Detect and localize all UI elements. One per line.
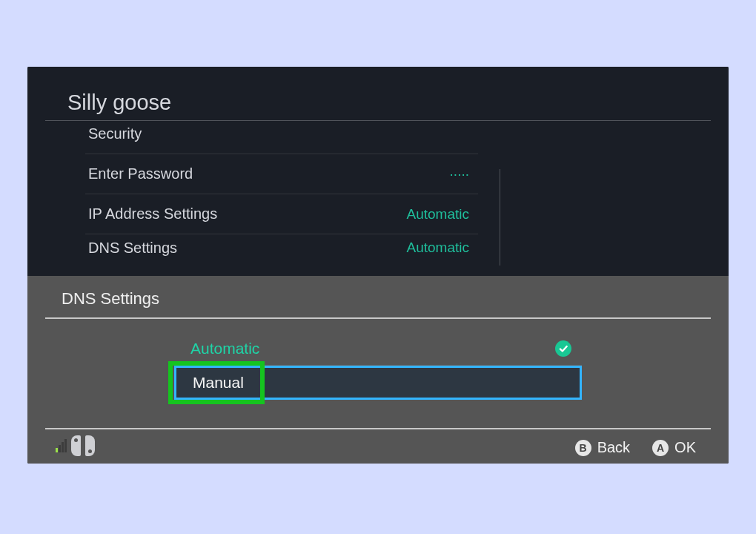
back-hint[interactable]: B Back — [575, 439, 630, 456]
joycon-left-icon — [71, 435, 81, 456]
setting-row-dns[interactable]: DNS Settings Automatic — [85, 234, 478, 261]
dns-label: DNS Settings — [88, 240, 177, 257]
footer-divider — [45, 428, 711, 429]
password-label: Enter Password — [88, 165, 193, 182]
settings-window: Silly goose SSID Silly goose Security En… — [27, 67, 729, 464]
option-automatic-label: Automatic — [190, 340, 259, 357]
ip-value: Automatic — [407, 206, 475, 222]
dns-value: Automatic — [407, 240, 475, 256]
ip-label: IP Address Settings — [88, 205, 217, 222]
overlay-title: DNS Settings — [62, 289, 159, 309]
password-value: ····· — [450, 166, 475, 182]
vertical-divider — [500, 169, 500, 266]
option-manual[interactable]: Manual — [174, 366, 582, 400]
dns-options-list: Automatic Manual — [174, 332, 582, 403]
battery-bars-icon — [56, 439, 67, 452]
a-button-icon: A — [652, 440, 669, 456]
controller-status — [56, 435, 95, 456]
check-icon — [555, 340, 571, 357]
joycon-right-icon — [85, 435, 95, 456]
option-manual-label: Manual — [193, 374, 244, 392]
ok-label: OK — [674, 439, 696, 456]
option-automatic[interactable]: Automatic — [174, 332, 582, 366]
setting-row-security[interactable]: Security — [85, 114, 478, 154]
overlay-divider — [45, 317, 711, 319]
back-label: Back — [597, 439, 630, 456]
b-button-icon: B — [575, 440, 591, 456]
option-manual-wrap: Manual — [174, 366, 582, 403]
setting-row-password[interactable]: Enter Password ····· — [85, 154, 478, 194]
footer-hints: B Back A OK — [575, 439, 696, 456]
ok-hint[interactable]: A OK — [652, 439, 696, 456]
security-label: Security — [88, 125, 142, 142]
settings-list: Security Enter Password ····· IP Address… — [85, 114, 478, 261]
dns-settings-overlay: DNS Settings Automatic Manual — [27, 276, 729, 464]
network-settings-background: Silly goose SSID Silly goose Security En… — [27, 67, 729, 276]
setting-row-ip[interactable]: IP Address Settings Automatic — [85, 194, 478, 234]
